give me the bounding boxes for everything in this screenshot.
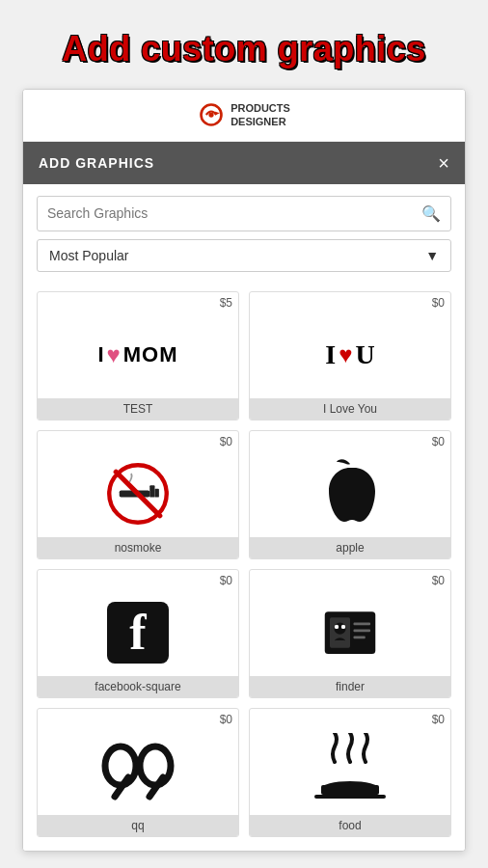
i-love-mom-graphic: I ♥ MOM bbox=[97, 341, 177, 368]
item-price-8: $0 bbox=[250, 709, 450, 728]
brand-name: PRODUCTS DESIGNER bbox=[230, 101, 290, 129]
filter-arrow-icon: ▼ bbox=[425, 248, 439, 263]
graphic-item-facebook[interactable]: $0 f facebook-square bbox=[37, 569, 239, 698]
item-image-7 bbox=[38, 728, 238, 815]
filter-dropdown[interactable]: Most Popular ▼ bbox=[37, 239, 451, 272]
svg-rect-13 bbox=[354, 622, 371, 625]
svg-point-12 bbox=[341, 624, 345, 628]
item-label-1: TEST bbox=[38, 398, 238, 420]
item-image-3 bbox=[38, 450, 238, 537]
svg-point-2 bbox=[209, 113, 214, 118]
item-image-6 bbox=[250, 589, 450, 676]
item-image-5: f bbox=[38, 589, 238, 676]
svg-point-11 bbox=[335, 624, 339, 628]
graphic-item-qq[interactable]: $0 qq bbox=[37, 708, 239, 837]
svg-rect-6 bbox=[155, 488, 159, 497]
item-label-5: facebook-square bbox=[38, 676, 238, 697]
graphic-item-test[interactable]: $5 I ♥ MOM TEST bbox=[37, 291, 239, 420]
search-icon: 🔍 bbox=[421, 204, 441, 223]
item-price-3: $0 bbox=[38, 431, 238, 450]
filter-area: Most Popular ▼ bbox=[23, 231, 465, 284]
item-image-4 bbox=[250, 450, 450, 537]
brand-logo: PRODUCTS DESIGNER bbox=[198, 101, 290, 129]
svg-point-18 bbox=[140, 746, 171, 785]
search-input[interactable] bbox=[47, 205, 421, 221]
item-label-2: I Love You bbox=[250, 398, 450, 420]
nosmoke-graphic bbox=[104, 460, 172, 528]
designer-panel: PRODUCTS DESIGNER ADD GRAPHICS × 🔍 Most … bbox=[22, 89, 466, 852]
svg-rect-5 bbox=[149, 485, 154, 497]
qq-graphic bbox=[99, 739, 176, 804]
svg-rect-21 bbox=[321, 785, 379, 795]
item-price-1: $5 bbox=[38, 292, 238, 312]
brand-icon bbox=[198, 101, 225, 128]
item-price-5: $0 bbox=[38, 570, 238, 589]
item-image-8 bbox=[250, 728, 450, 815]
graphics-grid: $5 I ♥ MOM TEST $0 I ♥ U I Love You bbox=[23, 284, 465, 851]
search-box: 🔍 bbox=[37, 196, 451, 231]
svg-point-16 bbox=[105, 746, 136, 785]
item-image-2: I ♥ U bbox=[250, 312, 450, 398]
graphic-item-finder[interactable]: $0 finder bbox=[249, 569, 451, 698]
item-label-7: qq bbox=[38, 815, 238, 836]
finder-graphic bbox=[316, 599, 384, 666]
brand-bar: PRODUCTS DESIGNER bbox=[23, 90, 465, 142]
facebook-graphic: f bbox=[107, 602, 169, 664]
i-love-u-graphic: I ♥ U bbox=[325, 339, 374, 370]
item-label-4: apple bbox=[250, 537, 450, 558]
page-title: Add custom graphics bbox=[42, 0, 446, 89]
header-title: ADD GRAPHICS bbox=[39, 155, 154, 171]
item-label-6: finder bbox=[250, 676, 450, 697]
graphic-item-apple[interactable]: $0 apple bbox=[249, 430, 451, 559]
item-price-7: $0 bbox=[38, 709, 238, 728]
graphic-item-food[interactable]: $0 food bbox=[249, 708, 451, 837]
filter-selected-label: Most Popular bbox=[49, 248, 128, 263]
item-price-6: $0 bbox=[250, 570, 450, 589]
apple-graphic bbox=[319, 456, 382, 531]
svg-rect-15 bbox=[354, 636, 366, 638]
svg-rect-14 bbox=[354, 629, 371, 632]
graphic-item-nosmoke[interactable]: $0 nosmoke bbox=[37, 430, 239, 559]
item-image-1: I ♥ MOM bbox=[38, 312, 238, 398]
header-bar: ADD GRAPHICS × bbox=[23, 142, 465, 184]
food-graphic bbox=[312, 733, 389, 810]
item-price-2: $0 bbox=[250, 292, 450, 312]
item-label-3: nosmoke bbox=[38, 537, 238, 558]
item-price-4: $0 bbox=[250, 431, 450, 450]
search-area: 🔍 bbox=[23, 184, 465, 231]
close-button[interactable]: × bbox=[438, 153, 449, 173]
graphic-item-iloveyou[interactable]: $0 I ♥ U I Love You bbox=[249, 291, 451, 420]
item-label-8: food bbox=[250, 815, 450, 836]
